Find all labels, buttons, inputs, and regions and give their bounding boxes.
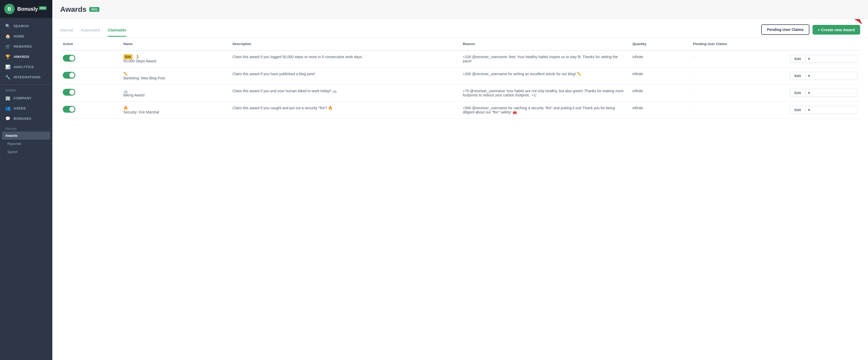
sidebar: B BonuslyPRO 🔍 Search 🏠 Home 🛒 Rewards 🏆… — [0, 0, 52, 360]
manage-label: Manage — [0, 124, 52, 132]
active-cell-3 — [60, 102, 121, 119]
active-cell-1 — [60, 67, 121, 85]
reason-cell-0: +100 @receiver_username :feet: Your heal… — [460, 50, 630, 67]
admin-section-label: ADMIN — [0, 87, 52, 93]
actions-cell-0: Edit ▾ — [787, 50, 860, 67]
tab-automated[interactable]: Automated — [81, 25, 100, 37]
name-cell-3: 🔥 Security: Fire Marshal — [121, 102, 230, 119]
edit-button-1[interactable]: Edit — [790, 72, 805, 80]
edit-button-group-0: Edit ▾ — [790, 55, 858, 63]
edit-button-group-2: Edit ▾ — [790, 89, 858, 97]
table-header-row: Active Name Description Reason Quantity … — [60, 38, 860, 50]
logo-icon: B — [4, 4, 14, 14]
edit-button-0[interactable]: Edit — [790, 55, 805, 63]
col-header-name: Name — [121, 38, 230, 50]
users-icon: 👥 — [5, 106, 10, 111]
sidebar-item-users[interactable]: 👥 Users — [0, 103, 52, 113]
sidebar-sub-awards[interactable]: Awards — [2, 132, 50, 140]
actions-cell-3: Edit ▾ — [787, 102, 860, 119]
main-content: Awards PRO Manual Automated Claimable Pe… — [52, 0, 868, 360]
award-emoji-0: 🏃 — [135, 55, 140, 59]
reason-cell-3: +500 @receiver_username for catching a s… — [460, 102, 630, 119]
sidebar-item-rewards[interactable]: 🛒 Rewards — [0, 41, 52, 52]
divider — [0, 84, 52, 85]
tab-manual[interactable]: Manual — [60, 25, 73, 37]
edit-button-3[interactable]: Edit — [790, 106, 805, 114]
sidebar-sub-spend[interactable]: Spend — [0, 148, 52, 156]
content-area: Manual Automated Claimable Pending User … — [52, 19, 868, 360]
page-header: Awards PRO — [52, 0, 868, 19]
home-icon: 🏠 — [5, 34, 10, 39]
pending-claims-button[interactable]: Pending User Claims — [761, 24, 809, 35]
edit-dropdown-2[interactable]: ▾ — [805, 89, 812, 97]
desc-cell-1: Claim this award if you have published a… — [230, 67, 460, 85]
svg-line-1 — [850, 19, 862, 24]
edit-button-2[interactable]: Edit — [790, 89, 805, 97]
name-cell-0: 50K 🏃 50,000 Steps Award — [121, 50, 230, 67]
toggle-1[interactable] — [63, 72, 75, 79]
qty-cell-0: infinite — [630, 50, 691, 67]
integrations-icon: 🔧 — [5, 75, 10, 80]
table-row: ✏️ Barketing: New Blog Post Claim this a… — [60, 67, 860, 85]
table-row: 🔥 Security: Fire Marshal Claim this awar… — [60, 102, 860, 119]
sidebar-item-company[interactable]: 🏢 Company — [0, 93, 52, 103]
reason-cell-1: +200 @receiver_username for writing an e… — [460, 67, 630, 85]
awards-table: Active Name Description Reason Quantity … — [60, 38, 860, 119]
edit-dropdown-3[interactable]: ▾ — [805, 106, 812, 114]
tab-claimable[interactable]: Claimable — [108, 25, 126, 37]
sidebar-item-search[interactable]: 🔍 Search — [0, 21, 52, 31]
pro-badge: PRO — [89, 7, 100, 12]
company-icon: 🏢 — [5, 95, 10, 101]
table-row: 50K 🏃 50,000 Steps Award Claim this awar… — [60, 50, 860, 67]
award-icon-2: 🚲 — [123, 89, 128, 93]
sidebar-item-bonuses[interactable]: 💬 Bonuses — [0, 113, 52, 124]
name-cell-1: ✏️ Barketing: New Blog Post — [121, 67, 230, 85]
sidebar-sub-reported[interactable]: Reported — [0, 140, 52, 148]
edit-dropdown-0[interactable]: ▾ — [805, 55, 812, 63]
edit-button-group-1: Edit ▾ — [790, 72, 858, 80]
pending-cell-3: - — [690, 102, 787, 119]
create-button-wrapper: + Create new Award — [812, 25, 860, 35]
analytics-icon: 📊 — [5, 64, 10, 70]
table-row: 🚲 Biking Award Claim this award if you a… — [60, 85, 860, 102]
award-icon-3: 🔥 — [123, 106, 128, 110]
search-icon: 🔍 — [5, 24, 10, 29]
reason-cell-2: +75 @receiver_username Your habits are n… — [460, 85, 630, 102]
edit-button-group-3: Edit ▾ — [790, 106, 858, 114]
toggle-0[interactable] — [63, 55, 75, 61]
col-header-description: Description — [230, 38, 460, 50]
col-header-quantity: Quantity — [630, 38, 691, 50]
col-header-actions — [787, 38, 860, 50]
logo-area: B BonuslyPRO — [0, 0, 52, 18]
award-icon-1: ✏️ — [123, 72, 128, 76]
active-cell-0 — [60, 50, 121, 67]
name-cell-2: 🚲 Biking Award — [121, 85, 230, 102]
logo-text: BonuslyPRO — [17, 6, 46, 12]
award-icon-0: 50K — [123, 54, 133, 59]
col-header-pending: Pending User Claims — [690, 38, 787, 50]
sidebar-item-home[interactable]: 🏠 Home — [0, 31, 52, 41]
create-award-button[interactable]: + Create new Award — [812, 25, 860, 35]
sidebar-item-integrations[interactable]: 🔧 Integrations — [0, 72, 52, 82]
edit-dropdown-1[interactable]: ▾ — [805, 72, 812, 80]
tabs-and-actions: Manual Automated Claimable Pending User … — [52, 19, 868, 38]
toggle-2[interactable] — [63, 89, 75, 95]
page-title: Awards — [60, 5, 87, 13]
sidebar-item-analytics[interactable]: 📊 Analytics — [0, 62, 52, 72]
desc-cell-0: Claim this award if you logged 50,000 st… — [230, 50, 460, 67]
pending-cell-1: - — [690, 67, 787, 85]
desc-cell-2: Claim this award if you and your human b… — [230, 85, 460, 102]
pending-cell-0: - — [690, 50, 787, 67]
col-header-active: Active — [60, 38, 121, 50]
desc-cell-3: Claim this award if you caught and put o… — [230, 102, 460, 119]
actions-cell-2: Edit ▾ — [787, 85, 860, 102]
tabs: Manual Automated Claimable — [60, 25, 126, 37]
page-title-row: Awards PRO — [60, 5, 860, 13]
actions-row: Pending User Claims + Create new Award — [761, 24, 860, 37]
awards-table-container: Active Name Description Reason Quantity … — [52, 38, 868, 119]
sidebar-item-awards[interactable]: 🏆 Awards — [0, 52, 52, 62]
qty-cell-3: infinite — [630, 102, 691, 119]
active-cell-2 — [60, 85, 121, 102]
toggle-3[interactable] — [63, 106, 75, 113]
qty-cell-1: infinite — [630, 67, 691, 85]
